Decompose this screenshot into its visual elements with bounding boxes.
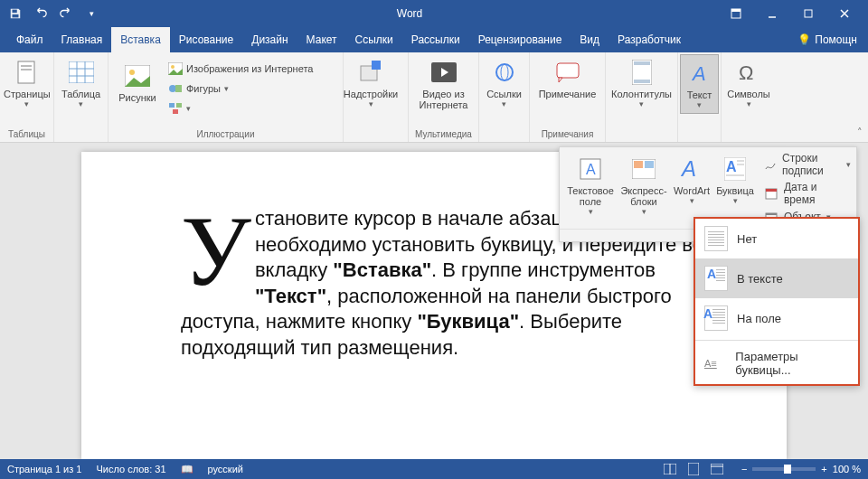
undo-button[interactable] [31,4,51,23]
zoom-slider[interactable] [752,467,816,471]
addins-icon [356,58,385,87]
online-pictures-icon [168,61,183,76]
word-count[interactable]: Число слов: 31 [96,464,165,474]
quickparts-button[interactable]: Экспресс-блоки▾ [618,151,670,225]
text-icon: A [685,59,714,88]
svg-rect-0 [13,10,17,14]
tab-design[interactable]: Дизайн [242,27,297,52]
svg-point-17 [171,65,175,69]
text-group-button[interactable]: A Текст ▾ [680,54,719,114]
svg-rect-30 [634,61,650,65]
tab-review[interactable]: Рецензирование [469,27,571,52]
language-status[interactable]: русский [208,464,243,474]
close-button[interactable] [826,1,863,26]
window-controls [718,1,863,26]
shapes-button[interactable]: Фигуры ▾ [165,80,316,98]
zoom-controls: − + 100 % [741,464,861,474]
textbox-icon: A [576,155,605,183]
read-mode-button[interactable] [660,461,680,477]
svg-point-26 [496,64,513,80]
textbox-button[interactable]: A Текстовое поле▾ [563,151,618,225]
redo-button[interactable] [56,4,76,23]
links-button[interactable]: Ссылки ▾ [481,54,527,112]
quickparts-icon [629,155,658,183]
smartart-button[interactable]: ▾ [165,99,316,117]
tab-draw[interactable]: Рисование [170,27,242,52]
svg-rect-3 [731,9,741,12]
tell-me-button[interactable]: 💡 Помощн [797,33,857,46]
calendar-icon [764,186,778,201]
dropcap-dropdown: Нет A В тексте A На поле A≡ Параметры бу… [693,217,860,386]
view-buttons [660,461,727,477]
dropcap-button[interactable]: A Буквица▾ [713,151,757,225]
tab-insert[interactable]: Вставка [111,27,170,52]
maximize-button[interactable] [790,1,826,26]
dropcap-intext-icon: A [704,266,728,291]
ribbon-tabs: Файл Главная Вставка Рисование Дизайн Ма… [0,27,868,52]
svg-text:A: A [726,159,737,174]
signature-line-button[interactable]: Строки подписи▾ [762,151,853,178]
zoom-out-button[interactable]: − [741,464,747,474]
status-bar: Страница 1 из 1 Число слов: 31 📖 русский… [0,459,868,479]
print-layout-button[interactable] [684,461,703,477]
tab-references[interactable]: Ссылки [346,27,402,52]
tab-mailings[interactable]: Рассылки [402,27,469,52]
spellcheck-icon[interactable]: 📖 [181,464,193,475]
page-status[interactable]: Страница 1 из 1 [7,464,81,474]
svg-text:A: A [680,157,696,181]
svg-rect-51 [688,463,699,475]
pictures-button[interactable]: Рисунки [114,58,161,107]
ribbon: Страницы ▾ Таблицы Таблица ▾ Рисунки [0,52,868,143]
symbols-button[interactable]: Ω Символы ▾ [723,54,774,112]
tab-home[interactable]: Главная [52,27,112,52]
svg-rect-48 [766,213,777,215]
header-footer-button[interactable]: Колонтитулы ▾ [608,54,675,112]
svg-rect-7 [21,65,32,67]
wordart-button[interactable]: A WordArt▾ [670,151,713,225]
minimize-button[interactable] [754,1,790,26]
tab-file[interactable]: Файл [7,27,52,52]
svg-rect-22 [173,109,178,114]
svg-text:A: A [586,162,596,177]
dropcap-none-icon [704,226,728,251]
tab-layout[interactable]: Макет [297,27,346,52]
save-button[interactable] [5,4,25,23]
dropcap-options[interactable]: A≡ Параметры буквицы... [695,343,858,384]
svg-rect-28 [557,63,579,78]
date-time-button[interactable]: Дата и время [762,180,853,207]
comment-button[interactable]: Примечание [532,54,603,103]
lightbulb-icon: 💡 [797,33,811,46]
zoom-in-button[interactable]: + [821,464,826,474]
svg-rect-21 [176,103,182,108]
svg-rect-5 [805,10,812,17]
pages-button[interactable]: Страницы ▾ [2,54,52,112]
svg-rect-38 [645,161,654,168]
online-video-button[interactable]: Видео из Интернета [410,54,476,114]
svg-text:Ω: Ω [739,61,753,83]
addins-button[interactable]: Надстройки ▾ [345,54,396,112]
drop-cap: У [181,211,251,291]
svg-rect-24 [372,61,381,70]
dropcap-intext[interactable]: A В тексте [695,258,858,298]
svg-rect-46 [766,189,777,192]
dropcap-none[interactable]: Нет [695,219,858,258]
wordart-icon: A [677,155,706,183]
tab-developer[interactable]: Разработчик [609,27,690,52]
svg-rect-19 [175,85,182,92]
online-pictures-button[interactable]: Изображения из Интернета [165,60,316,78]
smartart-icon [168,101,183,116]
svg-point-27 [501,64,508,80]
zoom-level[interactable]: 100 % [833,464,861,474]
dropcap-icon: A [721,155,750,183]
header-footer-icon [627,58,656,87]
web-layout-button[interactable] [707,461,727,477]
signature-icon [764,157,777,172]
svg-point-18 [169,85,176,92]
collapse-ribbon-button[interactable]: ˄ [857,127,863,138]
qat-dropdown[interactable]: ▾ [81,4,101,23]
ribbon-display-button[interactable] [718,1,754,26]
quick-access-toolbar: ▾ [5,4,101,23]
table-button[interactable]: Таблица ▾ [56,54,106,112]
dropcap-margin[interactable]: A На поле [695,298,858,338]
tab-view[interactable]: Вид [571,27,609,52]
